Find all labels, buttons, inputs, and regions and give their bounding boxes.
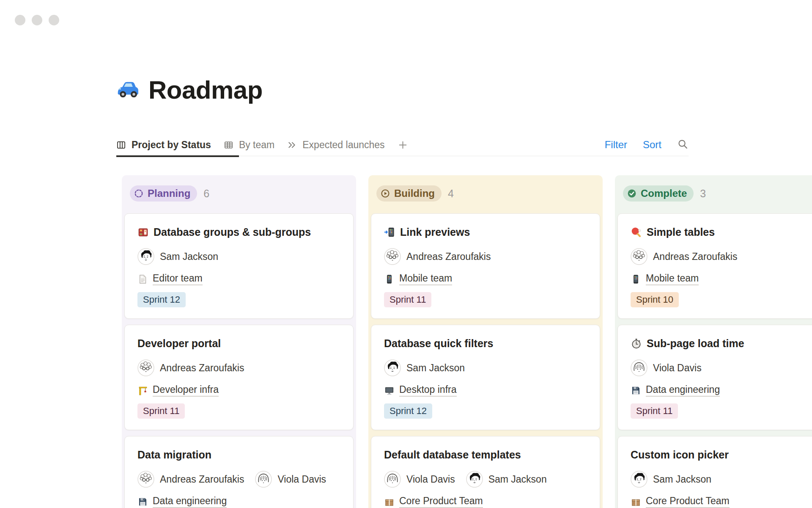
team-link[interactable]: Desktop infra xyxy=(399,384,457,397)
team-link[interactable]: Mobile team xyxy=(399,273,452,285)
team-link[interactable]: Core Product Team xyxy=(399,495,483,508)
avatar-sam xyxy=(631,471,647,488)
status-label: Complete xyxy=(641,188,687,199)
card-title-row: Database groups & sub-groups xyxy=(137,226,340,239)
dashed-circle-icon xyxy=(134,188,144,199)
view-tabs: Project by Status By team Expected launc… xyxy=(116,134,689,156)
assignee: Sam Jackson xyxy=(137,248,218,265)
assignee-row: Sam Jackson xyxy=(137,248,340,265)
column-count: 3 xyxy=(700,188,706,200)
window-controls xyxy=(15,15,59,25)
avatar-andreas xyxy=(137,359,154,376)
assignee: Andreas Zaroufakis xyxy=(137,471,244,488)
plus-icon xyxy=(398,140,408,150)
avatar-viola xyxy=(631,359,647,376)
card-title-row: Default database templates xyxy=(384,448,587,461)
sprint-tag: Sprint 10 xyxy=(631,292,679,307)
board-card-custom-icon-picker[interactable]: Custom icon pickerSam JacksonCore Produc… xyxy=(617,436,812,508)
column-header: Complete3 xyxy=(623,185,812,202)
board-card-database-quick-filters[interactable]: Database quick filtersSam JacksonDesktop… xyxy=(371,325,600,430)
card-title: Link previews xyxy=(400,226,470,239)
team-link[interactable]: Mobile team xyxy=(646,273,699,285)
assignee: Viola Davis xyxy=(255,471,326,488)
tab-by-team[interactable]: By team xyxy=(224,139,274,151)
assignee-name: Viola Davis xyxy=(277,474,326,485)
status-label: Planning xyxy=(148,188,190,199)
phone-arrow-icon xyxy=(384,226,395,238)
card-title: Sub-page load time xyxy=(647,337,744,350)
avatar-sam xyxy=(466,471,483,488)
board-card-sub-page-load-time[interactable]: Sub-page load timeViola DavisData engine… xyxy=(617,325,812,430)
team-row: Mobile team xyxy=(631,273,812,285)
column-count: 6 xyxy=(203,188,209,200)
card-title: Default database templates xyxy=(384,448,521,461)
assignee-name: Andreas Zaroufakis xyxy=(406,251,491,262)
avatar-andreas xyxy=(384,248,401,265)
card-title-row: Data migration xyxy=(137,448,340,461)
floppy-icon xyxy=(137,497,148,507)
assignee-name: Viola Davis xyxy=(653,362,702,374)
stopwatch-icon xyxy=(631,338,642,349)
tab-label: By team xyxy=(239,139,274,151)
team-link[interactable]: Developer infra xyxy=(153,384,219,397)
tab-expected-launches[interactable]: Expected launches xyxy=(287,139,384,151)
assignee-row: Sam Jackson xyxy=(631,471,812,488)
tab-project-by-status[interactable]: Project by Status xyxy=(116,139,211,151)
window-control-dot[interactable] xyxy=(15,15,25,25)
assignee-row: Andreas Zaroufakis xyxy=(384,248,587,265)
sprint-tag: Sprint 12 xyxy=(384,403,432,419)
avatar-andreas xyxy=(631,248,647,265)
board-icon xyxy=(116,140,126,150)
mobile-icon xyxy=(631,274,641,284)
tab-label: Project by Status xyxy=(132,139,211,151)
window-control-dot[interactable] xyxy=(32,15,42,25)
status-pill-planning[interactable]: Planning xyxy=(130,185,197,202)
double-chevron-icon xyxy=(287,140,297,150)
floppy-icon xyxy=(631,385,641,396)
sort-button[interactable]: Sort xyxy=(643,139,661,151)
team-link[interactable]: Core Product Team xyxy=(646,495,730,508)
card-title-row: Simple tables xyxy=(631,226,812,239)
assignee-row: Andreas Zaroufakis xyxy=(631,248,812,265)
team-row: Editor team xyxy=(137,273,340,285)
assignee-name: Sam Jackson xyxy=(160,251,218,262)
check-circle-icon xyxy=(627,188,637,199)
board-card-simple-tables[interactable]: Simple tablesAndreas ZaroufakisMobile te… xyxy=(617,213,812,319)
status-pill-complete[interactable]: Complete xyxy=(623,185,694,202)
team-link[interactable]: Editor team xyxy=(153,273,203,285)
assignee: Sam Jackson xyxy=(631,471,711,488)
search-button[interactable] xyxy=(677,138,689,152)
add-view-button[interactable] xyxy=(398,140,408,150)
team-row: Data engineering xyxy=(631,384,812,397)
sprint-tag: Sprint 11 xyxy=(137,403,185,419)
card-title-row: Sub-page load time xyxy=(631,337,812,350)
team-row: Desktop infra xyxy=(384,384,587,397)
avatar-viola xyxy=(384,471,401,488)
assignee: Andreas Zaroufakis xyxy=(631,248,737,265)
assignee-name: Viola Davis xyxy=(406,474,455,485)
board-card-data-migration[interactable]: Data migrationAndreas ZaroufakisViola Da… xyxy=(124,436,354,508)
team-row: Mobile team xyxy=(384,273,587,285)
board-card-default-database-templates[interactable]: Default database templatesViola DavisSam… xyxy=(371,436,600,508)
board-card-link-previews[interactable]: Link previewsAndreas ZaroufakisMobile te… xyxy=(371,213,600,319)
card-title-row: Database quick filters xyxy=(384,337,587,350)
window-control-dot[interactable] xyxy=(49,15,59,25)
assignee: Viola Davis xyxy=(631,359,702,376)
status-pill-building[interactable]: Building xyxy=(376,185,442,202)
board-card-database-groups-sub-groups[interactable]: Database groups & sub-groupsSam JacksonE… xyxy=(124,213,354,319)
team-link[interactable]: Data engineering xyxy=(153,495,227,508)
column-header: Building4 xyxy=(376,185,600,202)
crane-icon xyxy=(137,385,148,396)
filter-button[interactable]: Filter xyxy=(605,139,627,151)
assignee-name: Andreas Zaroufakis xyxy=(160,362,244,374)
assignee-name: Andreas Zaroufakis xyxy=(160,474,244,485)
blue-car-icon xyxy=(115,78,140,102)
view-toolbar: Project by Status By team Expected launc… xyxy=(116,134,689,156)
board-card-developer-portal[interactable]: Developer portalAndreas ZaroufakisDevelo… xyxy=(124,325,354,430)
assignee-name: Sam Jackson xyxy=(488,474,547,485)
card-title: Developer portal xyxy=(137,337,221,350)
tab-label: Expected launches xyxy=(302,139,384,151)
assignee: Sam Jackson xyxy=(466,471,547,488)
team-link[interactable]: Data engineering xyxy=(646,384,720,397)
assignee-row: Sam Jackson xyxy=(384,359,587,376)
